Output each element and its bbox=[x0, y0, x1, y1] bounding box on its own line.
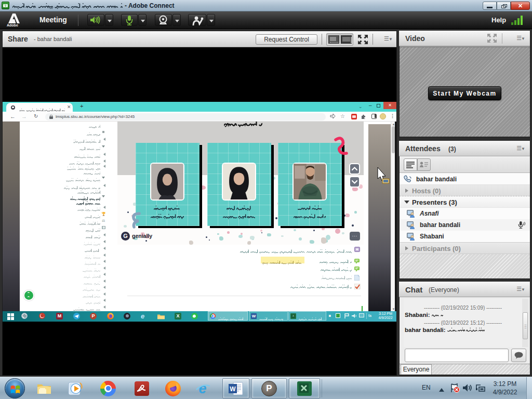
svg-text:W: W bbox=[230, 385, 236, 393]
svg-text:e: e bbox=[198, 381, 206, 396]
